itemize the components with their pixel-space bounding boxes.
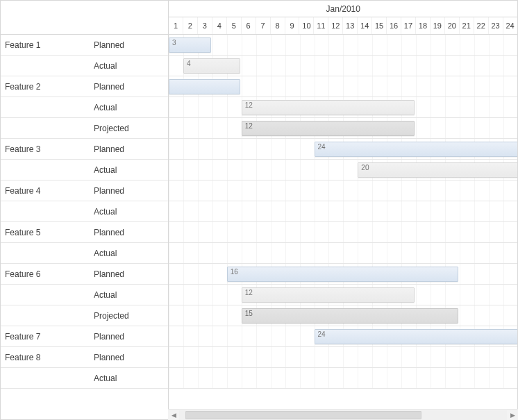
feature-cell xyxy=(1,305,84,326)
day-header-cell: 11 xyxy=(314,17,328,34)
day-header-cell: 23 xyxy=(489,17,503,34)
scrollbar-thumb[interactable] xyxy=(185,411,421,419)
scrollbar-track[interactable] xyxy=(179,410,507,420)
timeline-pane[interactable]: 341212242016121524 xyxy=(169,35,517,419)
feature-cell: Feature 1 xyxy=(1,35,84,55)
day-header-cell: 19 xyxy=(431,17,445,34)
timeline-row: 4 xyxy=(169,56,517,76)
horizontal-scrollbar[interactable]: ◀ ▶ xyxy=(168,409,518,420)
feature-cell: Feature 7 xyxy=(1,326,84,346)
day-header-cell: 22 xyxy=(474,17,489,34)
label-row: Actual xyxy=(1,56,168,76)
label-row: Actual xyxy=(1,201,168,222)
gantt-bar-actual[interactable]: 12 xyxy=(242,100,415,115)
scroll-right-button[interactable]: ▶ xyxy=(507,410,518,421)
type-cell: Actual xyxy=(84,160,168,180)
type-cell: Planned xyxy=(84,222,168,242)
days-row: 123456789101112131415161718192021222324 xyxy=(169,17,518,34)
type-cell: Planned xyxy=(84,35,168,55)
header-left-spacer xyxy=(1,1,169,34)
gantt-bar-actual[interactable]: 12 xyxy=(242,287,415,303)
gantt-bar-projected[interactable]: 12 xyxy=(242,121,415,136)
day-header-cell: 1 xyxy=(169,17,183,34)
type-cell: Projected xyxy=(84,305,168,326)
day-header-cell: 3 xyxy=(198,17,212,34)
day-header-cell: 16 xyxy=(387,17,401,34)
type-cell: Actual xyxy=(84,97,168,117)
scroll-left-button[interactable]: ◀ xyxy=(168,410,179,421)
label-row: Feature 1Planned xyxy=(1,35,168,56)
gantt-bar-planned[interactable]: 3 xyxy=(169,37,211,53)
header-timeline: Jan/2010 1234567891011121314151617181920… xyxy=(169,1,518,34)
gantt-chart: Jan/2010 1234567891011121314151617181920… xyxy=(0,0,518,420)
day-header-cell: 10 xyxy=(299,17,314,34)
label-row: Actual xyxy=(1,97,168,118)
gantt-bar-label: 12 xyxy=(245,101,253,109)
timeline-row: 12 xyxy=(169,118,517,139)
feature-cell xyxy=(1,56,84,76)
label-row: Feature 3Planned xyxy=(1,139,168,160)
type-cell: Planned xyxy=(84,180,168,201)
gantt-bar-label: 20 xyxy=(361,164,369,171)
day-header-cell: 21 xyxy=(460,17,474,34)
label-row: Feature 2Planned xyxy=(1,76,168,97)
gantt-bar-label: 15 xyxy=(245,310,253,317)
day-header-cell: 13 xyxy=(343,17,358,34)
feature-cell xyxy=(1,243,84,263)
timeline-row xyxy=(169,243,517,264)
day-header-cell: 4 xyxy=(212,17,227,34)
type-cell: Planned xyxy=(84,264,168,284)
day-header-cell: 15 xyxy=(372,17,387,34)
gantt-bar-label: 12 xyxy=(245,289,253,296)
feature-cell: Feature 2 xyxy=(1,76,84,96)
timeline-row xyxy=(169,368,517,389)
gantt-header: Jan/2010 1234567891011121314151617181920… xyxy=(1,1,517,35)
timeline-row xyxy=(169,180,517,201)
label-row: Feature 6Planned xyxy=(1,264,168,285)
type-cell: Planned xyxy=(84,76,168,96)
feature-cell xyxy=(1,368,84,388)
timeline-row: 15 xyxy=(169,305,517,326)
gantt-bar-label: 4 xyxy=(187,60,191,67)
gantt-bar-actual[interactable]: 4 xyxy=(183,58,240,74)
feature-cell xyxy=(1,160,84,180)
gantt-bar-planned[interactable]: 16 xyxy=(227,267,458,282)
row-labels-pane: Feature 1PlannedActualFeature 2PlannedAc… xyxy=(1,35,169,419)
type-cell: Planned xyxy=(84,326,168,346)
type-cell: Actual xyxy=(84,243,168,263)
label-row: Actual xyxy=(1,285,168,305)
feature-cell: Feature 3 xyxy=(1,139,84,159)
gantt-bar-planned[interactable]: 24 xyxy=(315,142,518,157)
day-header-cell: 6 xyxy=(242,17,256,34)
gantt-bar-planned[interactable]: 24 xyxy=(315,329,518,344)
gantt-bar-label: 24 xyxy=(318,330,326,338)
feature-cell xyxy=(1,285,84,305)
type-cell: Actual xyxy=(84,201,168,221)
gantt-body: Feature 1PlannedActualFeature 2PlannedAc… xyxy=(1,35,517,419)
type-cell: Planned xyxy=(84,347,168,367)
type-cell: Projected xyxy=(84,118,168,138)
timeline-row: 24 xyxy=(169,139,517,160)
feature-cell: Feature 5 xyxy=(1,222,84,242)
day-header-cell: 12 xyxy=(328,17,343,34)
month-label: Jan/2010 xyxy=(169,1,518,17)
label-row: Feature 4Planned xyxy=(1,180,168,201)
gantt-bar-projected[interactable]: 15 xyxy=(242,308,458,324)
type-cell: Actual xyxy=(84,285,168,305)
timeline-row: 12 xyxy=(169,97,517,118)
type-cell: Actual xyxy=(84,56,168,76)
day-header-cell: 17 xyxy=(401,17,416,34)
gantt-bar-planned[interactable] xyxy=(169,79,240,94)
feature-cell: Feature 6 xyxy=(1,264,84,284)
day-header-cell: 24 xyxy=(503,17,518,34)
feature-cell xyxy=(1,118,84,138)
label-row: Actual xyxy=(1,243,168,264)
gantt-bar-label: 24 xyxy=(318,143,326,151)
label-row: Projected xyxy=(1,118,168,139)
timeline-row: 3 xyxy=(169,35,517,56)
gantt-bar-label: 12 xyxy=(245,122,253,130)
gantt-bar-actual[interactable]: 20 xyxy=(358,162,517,178)
label-row: Feature 8Planned xyxy=(1,347,168,368)
label-row: Feature 5Planned xyxy=(1,222,168,243)
timeline-row xyxy=(169,222,517,243)
